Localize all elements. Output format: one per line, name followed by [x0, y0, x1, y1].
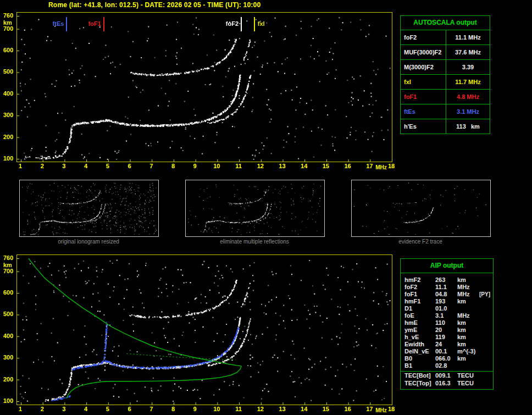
x-axis-tick-label: 11 — [232, 163, 245, 169]
aip-row-tectop: TEC[Top]016.3TECU — [401, 380, 493, 387]
aip-value: 119 — [435, 334, 457, 341]
y-axis-tick-label: 300 — [3, 354, 13, 361]
x-axis-tick-label: 6 — [123, 163, 136, 169]
aip-param: hmF1 — [404, 298, 435, 305]
aip-unit: km — [457, 298, 479, 305]
aip-extra — [479, 341, 493, 348]
aip-param: hmF2 — [404, 276, 435, 284]
aip-row-fof2: foF211.1MHz — [401, 284, 493, 291]
aip-unit: km — [457, 334, 479, 341]
autoscala-app-window: Rome (lat: +41.8, lon: 012.5) - DATE: 20… — [0, 0, 532, 415]
autoscala-row-ftes: ftEs3.1 MHz — [401, 104, 490, 119]
aip-value: 016.3 — [435, 380, 457, 387]
marker-line-fof2 — [241, 17, 242, 31]
aip-extra — [479, 355, 493, 362]
y-axis-tick-label: 600 — [3, 289, 13, 296]
marker-label-fof2: foF2 — [217, 20, 239, 27]
autoscala-param: M(3000)F2 — [401, 60, 446, 74]
aip-param: h_vE — [404, 334, 435, 341]
aip-param: foF1 — [404, 291, 435, 298]
aip-param: TEC[Top] — [404, 380, 435, 387]
x-axis-tick-label: 10 — [210, 163, 223, 169]
aip-extra — [479, 327, 493, 334]
y-axis-tick-label: 100 — [3, 155, 13, 162]
aip-extra — [479, 372, 493, 380]
x-axis-tick-label: 2 — [36, 406, 49, 412]
x-axis-tick-label: 17 — [363, 406, 376, 412]
x-axis-tick-label: 15 — [319, 163, 332, 169]
aip-value: 01.0 — [435, 305, 457, 312]
aip-extra — [479, 334, 493, 341]
aip-value: 20 — [435, 327, 457, 334]
x-axis-tick-label: 13 — [275, 163, 289, 169]
aip-row-b1: B102.8 — [401, 362, 493, 369]
aip-unit: MHz — [457, 312, 479, 319]
x-axis-tick-label: 6 — [123, 406, 136, 412]
y-axis-tick-label: 200 — [3, 376, 13, 383]
aip-row-hve: h_vE119km — [401, 334, 493, 341]
main-ionogram-canvas — [17, 13, 392, 162]
aip-extra — [479, 362, 493, 369]
x-axis-tick-label: 12 — [254, 163, 267, 169]
aip-row-d1: D101.0 — [401, 305, 493, 312]
aip-extra — [479, 276, 493, 284]
x-axis-unit-label: MHz — [375, 407, 387, 413]
thumbnail-eliminate-canvas — [186, 180, 324, 236]
x-axis-tick-label: 2 — [36, 163, 49, 169]
aip-extra — [479, 312, 493, 319]
x-axis-tick-label: 7 — [145, 406, 158, 412]
aip-param: B1 — [404, 362, 435, 369]
aip-row-delnve: DelN_vE00.1m^(-3) — [401, 348, 493, 355]
y-axis-unit-label: km — [3, 19, 12, 26]
aip-param: D1 — [404, 305, 435, 312]
thumbnail-eliminate-multiples — [185, 180, 325, 237]
aip-row-foe: foE3.1MHz — [401, 312, 493, 319]
aip-row-hmf2: hmF2263km — [401, 276, 493, 284]
autoscala-value: 113 km — [446, 119, 490, 134]
scaled-ionogram-canvas — [17, 255, 392, 405]
aip-unit: m^(-3) — [457, 348, 479, 355]
x-axis-tick-label: 3 — [57, 163, 70, 169]
x-axis-tick-label: 9 — [189, 163, 202, 169]
scaled-ionogram-plot — [16, 254, 392, 405]
x-axis-tick-label: 7 — [145, 163, 158, 169]
x-axis-tick-label: 1 — [14, 163, 27, 169]
aip-param: Ewidth — [404, 341, 435, 348]
station-date-title: Rome (lat: +41.8, lon: 012.5) - DATE: 20… — [48, 1, 261, 9]
autoscala-param: MUF(3000)F2 — [401, 45, 446, 59]
x-axis-tick-label: 3 — [57, 406, 70, 412]
autoscala-row-m3000f2: M(3000)F23.39 — [401, 60, 490, 75]
thumbnail-original-canvas — [20, 180, 158, 236]
x-axis-tick-label: 10 — [210, 406, 223, 412]
autoscala-rows: foF211.1 MHzMUF(3000)F237.6 MHzM(3000)F2… — [401, 30, 490, 134]
y-axis-tick-label: 100 — [3, 397, 13, 404]
autoscala-row-fof1: foF14.8 MHz — [401, 90, 490, 104]
x-axis-tick-label: 8 — [167, 163, 180, 169]
x-axis-tick-label: 13 — [275, 406, 289, 412]
aip-unit: MHz — [457, 284, 479, 291]
aip-row-fof1: foF104.8MHz[PY] — [401, 291, 493, 298]
aip-value: 02.8 — [435, 362, 457, 369]
aip-row-ewidth: Ewidth24km — [401, 341, 493, 348]
aip-value: 3.1 — [435, 312, 457, 319]
aip-param: foF2 — [404, 284, 435, 291]
thumbnail-caption-eliminate: eliminate multiple reflections — [185, 239, 324, 245]
thumbnail-original-ionogram — [19, 180, 159, 237]
aip-param: hmE — [404, 319, 435, 327]
aip-unit: km — [457, 319, 479, 327]
y-axis-tick-label: 500 — [3, 68, 13, 75]
aip-unit — [457, 362, 479, 369]
x-axis-tick-label: 16 — [341, 406, 354, 412]
autoscala-value: 11.7 MHz — [446, 75, 490, 89]
x-axis-tick-label: 14 — [297, 163, 311, 169]
aip-row-yme: ymE20km — [401, 327, 493, 334]
aip-value: 00.1 — [435, 348, 457, 355]
y-axis-tick-label: 500 — [3, 311, 13, 317]
aip-value: 11.1 — [435, 284, 457, 291]
aip-panel-header: AIP output — [401, 259, 493, 273]
x-axis-tick-label: 9 — [189, 406, 202, 412]
x-axis-tick-label: 4 — [79, 163, 92, 169]
thumbnail-caption-original: original ionogram resized — [19, 239, 158, 245]
aip-row-tecbot: TEC[Bot]009.1TECU — [401, 371, 493, 380]
aip-value: 263 — [435, 276, 457, 284]
